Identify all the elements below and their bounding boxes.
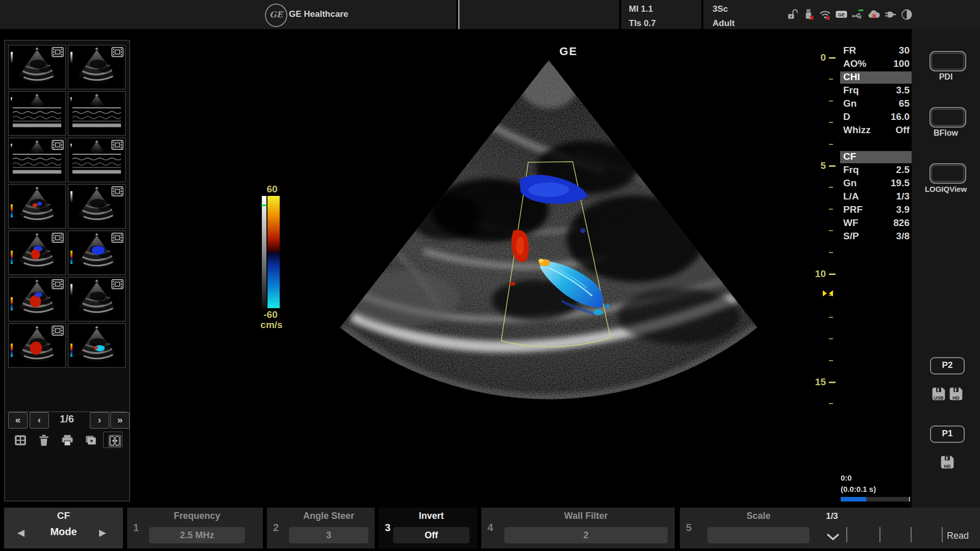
softmenu-title: Wall Filter xyxy=(494,511,678,521)
knob-number: 4 xyxy=(487,522,493,534)
thumbnail-color-blue[interactable] xyxy=(68,231,126,275)
param-value: 100 xyxy=(893,58,910,69)
header-label: CF xyxy=(843,151,856,162)
ruler-tick xyxy=(829,101,833,102)
thumbnail-bmode[interactable] xyxy=(68,277,126,321)
param-row-fr: FR30 xyxy=(840,45,912,57)
grid-view-button[interactable] xyxy=(9,432,28,447)
param-row-ao: AO%100 xyxy=(840,58,912,70)
ruler-tick xyxy=(829,338,833,339)
knob-number: 2 xyxy=(273,522,279,534)
cine-clip-icon xyxy=(52,325,64,336)
knob-number: 1 xyxy=(133,522,139,534)
thumbnail-mmode[interactable] xyxy=(8,91,66,136)
softmenu-section-frequency: 1Frequency2.5 MHz xyxy=(127,508,263,548)
softkey-label: BFlow xyxy=(912,129,980,138)
param-label: Frq xyxy=(843,164,859,176)
ruler-tick xyxy=(829,273,836,275)
mode-next-arrow-icon[interactable]: ▶ xyxy=(99,527,106,538)
thumbnail-bmode[interactable] xyxy=(68,184,126,229)
thumbnail-bmode[interactable] xyxy=(8,45,66,89)
param-label: L/A xyxy=(843,191,859,202)
delete-icon xyxy=(35,433,49,446)
softkey-pdi-button[interactable] xyxy=(929,51,966,71)
ruler-depth-label: 10 xyxy=(808,268,826,280)
usb-error-icon xyxy=(802,8,815,21)
usb-connect-icon xyxy=(851,8,864,21)
cine-progress-bar[interactable] xyxy=(841,497,910,502)
ruler-tick xyxy=(829,144,833,145)
softmenu-value-button[interactable]: 3 xyxy=(289,527,369,543)
cine-clip-icon xyxy=(52,140,64,150)
transfer-button[interactable] xyxy=(103,432,122,448)
print-button[interactable] xyxy=(56,432,75,447)
mode-section: CF Mode ◀ ▶ xyxy=(4,508,123,548)
param-value: 19.5 xyxy=(891,178,910,189)
softkey-label: LOGIQView xyxy=(912,185,980,193)
thumbnail-color-mix-bluetop[interactable] xyxy=(8,231,66,275)
param-label: PRF xyxy=(843,204,863,215)
softmenu-value-button[interactable]: 2.5 MHz xyxy=(149,527,245,543)
image-ge-watermark: GE xyxy=(559,45,578,58)
screen: GE GE Healthcare MI 1.1 TIs 0.7 3Sc Adul… xyxy=(0,0,980,551)
delete-button[interactable] xyxy=(33,432,51,447)
pager-last[interactable]: » xyxy=(110,412,130,429)
ge-logo-icon: GE xyxy=(265,4,287,27)
softmenu-value-button[interactable] xyxy=(707,527,810,543)
ruler-tick xyxy=(829,187,833,188)
softkey-bflow-button[interactable] xyxy=(929,107,966,128)
cloud-error-icon xyxy=(868,8,880,21)
thumbnail-mmode[interactable] xyxy=(8,138,66,182)
cine-clip-icon xyxy=(52,279,64,289)
softkey-label: PDI xyxy=(912,72,980,82)
pager-first[interactable]: « xyxy=(8,412,28,429)
unlock-icon xyxy=(786,8,799,21)
param-label: WF xyxy=(843,217,859,229)
pager-next[interactable]: › xyxy=(90,412,109,429)
softmenu-section-angle-steer: 2Angle Steer3 xyxy=(267,508,375,548)
param-label: S/P xyxy=(843,231,859,242)
print-button-p2[interactable]: P2 xyxy=(930,357,965,374)
thumbnail-bmode[interactable] xyxy=(68,45,126,89)
param-label: Whizz xyxy=(843,124,871,136)
softmenu-value-button[interactable]: 2 xyxy=(504,527,668,543)
cine-clip-icon xyxy=(111,47,124,57)
cine-clip-icon xyxy=(111,186,124,196)
ruler-tick xyxy=(829,165,836,167)
thumbnail-color-dots[interactable] xyxy=(8,184,66,229)
ruler-depth-label: 5 xyxy=(808,160,826,171)
param-value: 65 xyxy=(899,98,910,109)
page-indicator: 1/6 xyxy=(49,413,85,425)
param-value: 1/3 xyxy=(896,191,910,202)
ruler-tick xyxy=(829,360,833,361)
softkey-logiqview-button[interactable] xyxy=(929,163,966,184)
mode-header-chi: CHI xyxy=(840,71,912,84)
thumbnail-mmode[interactable] xyxy=(68,138,126,182)
disk-usb-icon: USB xyxy=(930,386,947,402)
softmenu-next-page-chevron-icon[interactable] xyxy=(826,532,840,541)
sidebar-divider xyxy=(7,411,127,412)
param-row-wf: WF826 xyxy=(840,217,912,230)
power-plug-icon xyxy=(884,8,897,21)
thumbnail-color-cyan[interactable] xyxy=(68,323,126,368)
softmenu-title: Frequency xyxy=(139,511,255,521)
thumbnail-mmode[interactable] xyxy=(68,91,126,136)
mode-prev-arrow-icon[interactable]: ◀ xyxy=(17,527,24,538)
cine-counter: 0:0 xyxy=(841,473,852,482)
brand-title: GE Healthcare xyxy=(289,9,348,19)
param-value: 3.9 xyxy=(896,204,910,215)
grid-view-icon xyxy=(11,433,26,446)
thumbnail-color-mix-redbig[interactable] xyxy=(8,277,66,321)
slideshow-button[interactable] xyxy=(80,432,98,447)
softmenu-page-indicator: 1/3 xyxy=(817,511,847,521)
softmenu-title: Invert xyxy=(383,511,480,521)
cine-clip-icon xyxy=(111,233,124,243)
print-button-p1[interactable]: P1 xyxy=(930,425,965,443)
param-label: Gn xyxy=(843,178,856,189)
param-row-frq: Frq3.5 xyxy=(840,85,912,97)
ruler-tick xyxy=(829,317,833,318)
thumbnail-color-red[interactable] xyxy=(8,323,66,368)
pager-prev[interactable]: ‹ xyxy=(30,412,49,429)
param-value: 30 xyxy=(899,45,910,56)
softmenu-value-button[interactable]: Off xyxy=(393,527,470,543)
